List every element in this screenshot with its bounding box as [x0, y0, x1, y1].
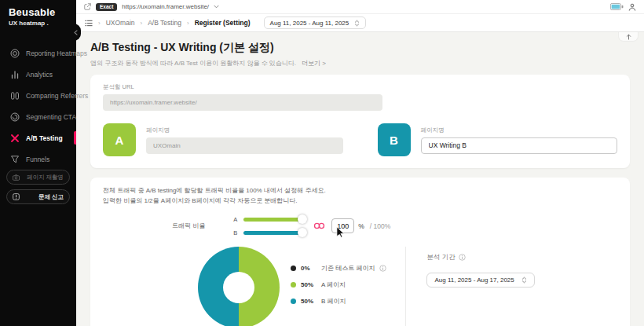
- sidebar-item-reporting-heatmaps[interactable]: Reporting Heatmaps: [0, 42, 76, 64]
- donut-legend: 0% 기존 테스트 페이지 50% A 페이지 50% B 페이지: [291, 247, 386, 326]
- analysis-period-value: Aug 11, 2025 - Aug 17, 2025: [434, 277, 514, 284]
- sidebar: Beusable UX heatmap . Reporting Heatmaps…: [0, 0, 76, 326]
- page-recapture-label: 페이지 재촬영: [27, 174, 64, 181]
- stepper-icon: [521, 277, 527, 284]
- variant-a: A 페이지명: [103, 123, 343, 156]
- traffic-ratio-max: / 100%: [370, 222, 390, 230]
- sidebar-item-funnels[interactable]: Funnels: [0, 148, 76, 170]
- sidebar-item-comparing-referrers[interactable]: Comparing Referrers: [0, 85, 76, 106]
- topbar: Exact https://uxomain.framer.website/: [76, 0, 644, 14]
- legend-pct: 50%: [301, 298, 317, 305]
- report-problem-button[interactable]: 문제 신고: [6, 189, 70, 204]
- traffic-description-1: 전체 트래픽 중 A/B testing에 할당할 트래픽 비율을 100% 내…: [103, 186, 617, 196]
- traffic-ratio-label: 트래픽 비율: [172, 222, 205, 230]
- slider-a-row: A: [233, 216, 303, 223]
- legend-label: A 페이지: [321, 280, 346, 289]
- info-icon[interactable]: [379, 265, 386, 272]
- external-link-icon[interactable]: [84, 3, 91, 10]
- analyze-url-label: 분석할 URL: [103, 83, 617, 91]
- slider-a-track[interactable]: [243, 218, 303, 222]
- collapse-panel-button[interactable]: [618, 32, 639, 42]
- breadcrumb-date-value: Aug 11, 2025 - Aug 11, 2025: [270, 20, 349, 27]
- page-subtitle-row: 앱의 구조와 동작 방식에 따라 A/B Test 이용이 원활하지 않을 수 …: [90, 59, 630, 68]
- slider-a-thumb[interactable]: [298, 214, 307, 224]
- sidebar-nav: Reporting Heatmaps Analytics Comparing R…: [0, 42, 76, 170]
- heatmap-icon: [10, 49, 20, 58]
- sidebar-item-label: Funnels: [26, 156, 49, 163]
- battery-icon: [610, 3, 624, 10]
- slider-b-thumb[interactable]: [298, 228, 307, 237]
- variant-a-fields: 페이지명: [146, 126, 343, 154]
- legend-dot-a: [291, 282, 296, 288]
- target-url[interactable]: https://uxomain.framer.website/: [122, 3, 209, 10]
- slider-b-track[interactable]: [243, 231, 303, 235]
- url-settings-card: 분석할 URL A 페이지명 B 페이지명: [90, 75, 630, 168]
- page-subtitle: 앱의 구조와 동작 방식에 따라 A/B Test 이용이 원활하지 않을 수 …: [90, 59, 296, 68]
- analyze-url-input[interactable]: [103, 94, 382, 111]
- sidebar-item-analytics[interactable]: Analytics: [0, 64, 76, 85]
- sidebar-item-label: A/B Testing: [26, 134, 63, 142]
- breadcrumb-item-feature[interactable]: A/B Testing: [148, 19, 181, 27]
- stepper-icon: [354, 20, 360, 27]
- slider-b-label: B: [233, 229, 238, 236]
- list-icon[interactable]: [85, 20, 93, 27]
- info-icon[interactable]: [459, 254, 466, 261]
- traffic-lower-row: 0% 기존 테스트 페이지 50% A 페이지 50% B 페이지 분석 기간: [103, 247, 617, 326]
- variant-b-fields: 페이지명: [421, 126, 618, 154]
- link-sliders-toggle[interactable]: [313, 222, 325, 229]
- sidebar-item-ab-testing[interactable]: A/B Testing: [0, 127, 76, 148]
- funnels-icon: [10, 155, 20, 164]
- breadcrumb-separator: ›: [98, 20, 101, 27]
- sidebar-item-label: Comparing Referrers: [26, 92, 88, 100]
- sidebar-item-label: Analytics: [26, 71, 53, 79]
- chevron-down-icon[interactable]: [214, 5, 219, 9]
- legend-pct: 50%: [301, 281, 317, 288]
- traffic-description-2: 입력한 비율의 1/2을 A페이지와 B페이지에 각각 자동으로 분배합니다.: [103, 196, 617, 207]
- legend-item-b: 50% B 페이지: [291, 297, 386, 306]
- sliders-group: A B: [233, 216, 303, 236]
- more-link[interactable]: 더보기 >: [302, 59, 326, 68]
- logo-title: Beusable: [9, 6, 76, 18]
- legend-item-existing: 0% 기존 테스트 페이지: [291, 264, 386, 273]
- variant-b: B 페이지명: [378, 123, 618, 156]
- page-title: A/B Testing - UX Writing (기본 설정): [90, 41, 630, 55]
- main-content: A/B Testing - UX Writing (기본 설정) 앱의 구조와 …: [76, 32, 644, 326]
- link-icon: [313, 222, 325, 229]
- variant-b-name-input[interactable]: [421, 137, 618, 154]
- page-recapture-button[interactable]: 페이지 재촬영: [6, 170, 70, 185]
- traffic-ratio-unit: %: [358, 222, 364, 230]
- variant-a-badge: A: [103, 123, 136, 156]
- report-problem-label: 문제 신고: [38, 193, 64, 201]
- traffic-donut: [198, 247, 280, 326]
- breadcrumb-date-selector[interactable]: Aug 11, 2025 - Aug 11, 2025: [264, 16, 367, 29]
- report-icon: [13, 193, 20, 200]
- legend-pct: 0%: [301, 265, 317, 272]
- ab-testing-icon: [10, 134, 20, 143]
- active-indicator: [74, 131, 76, 145]
- analysis-period-label: 분석 기간: [426, 253, 455, 262]
- traffic-ratio-input[interactable]: [331, 218, 354, 233]
- logo-subtitle: UX heatmap .: [9, 20, 76, 27]
- chevron-left-icon: [74, 30, 78, 35]
- user-icon[interactable]: [628, 3, 636, 11]
- variant-a-name-label: 페이지명: [146, 126, 343, 134]
- legend-dot-b: [291, 299, 296, 304]
- legend-dot-existing: [291, 266, 296, 271]
- variant-b-badge: B: [378, 123, 411, 156]
- breadcrumb-item-site[interactable]: UXOmain: [106, 19, 135, 27]
- breadcrumb-separator: ›: [141, 20, 143, 27]
- logo[interactable]: Beusable UX heatmap .: [0, 0, 76, 27]
- legend-label: B 페이지: [321, 297, 346, 306]
- breadcrumb: › UXOmain › A/B Testing › Register (Sett…: [76, 14, 644, 32]
- legend-label: 기존 테스트 페이지: [321, 264, 375, 273]
- variant-a-name-input[interactable]: [146, 137, 343, 154]
- analysis-period-selector[interactable]: Aug 11, 2025 - Aug 17, 2025: [426, 273, 534, 288]
- cta-icon: [10, 112, 20, 122]
- traffic-ratio-row: 트래픽 비율 A B % / 100: [103, 216, 617, 236]
- analysis-period-section: 분석 기간 Aug 11, 2025 - Aug 17, 2025: [405, 247, 534, 326]
- url-match-badge: Exact: [96, 3, 117, 11]
- breadcrumb-item-current: Register (Setting): [195, 19, 251, 27]
- slider-b-row: B: [233, 229, 303, 236]
- sidebar-item-segmenting-cta[interactable]: Segmenting CTA: [0, 106, 76, 127]
- sidebar-item-label: Segmenting CTA: [26, 113, 76, 121]
